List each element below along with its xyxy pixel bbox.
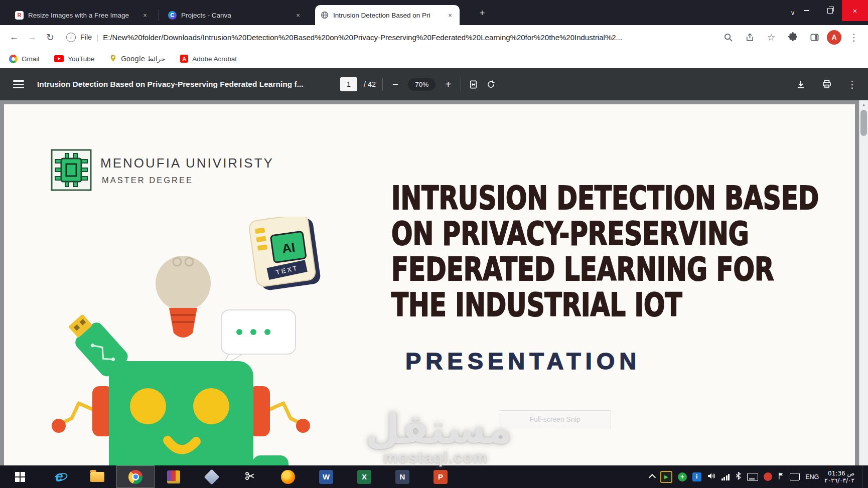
- bookmark-adobe-acrobat[interactable]: A Adobe Acrobat: [180, 55, 237, 63]
- tab-intrusion-detection-active[interactable]: Intrusion Detection Based on Pri ×: [315, 5, 460, 25]
- taskbar-winrar[interactable]: [155, 465, 193, 488]
- clock-time: 01:36 ص: [824, 470, 854, 477]
- navbar-actions: ☆ A ⋮: [719, 28, 863, 46]
- page-number-input[interactable]: [340, 77, 357, 91]
- tab-close-icon[interactable]: ×: [140, 11, 150, 20]
- print-icon[interactable]: [821, 79, 832, 90]
- robot-illustration: AI TEXT: [46, 217, 322, 465]
- flag-icon[interactable]: [778, 472, 784, 482]
- pdf-toolbar-actions: ⋮: [795, 79, 857, 90]
- taskbar-internet-explorer[interactable]: e: [40, 465, 78, 488]
- tab-resize-images[interactable]: R Resize Images with a Free Image ×: [10, 5, 155, 25]
- tab-title: Resize Images with a Free Image: [28, 12, 136, 19]
- bookmarks-bar: Gmail YouTube Google خرائط A Adobe Acrob…: [0, 49, 868, 68]
- zoom-level-badge[interactable]: 70%: [408, 78, 436, 91]
- address-bar[interactable]: i File | E:/New%20folder/Downloads/Intru…: [66, 33, 714, 42]
- restore-button[interactable]: [818, 0, 842, 21]
- bookmark-label: Google خرائط: [121, 55, 165, 63]
- red-app-tray-icon[interactable]: [764, 472, 772, 481]
- tab-title: Projects - Canva: [181, 12, 289, 19]
- pdf-content-area: MENOUFIA UNIVIRISTY MASTER DEGREE INTRUS…: [0, 100, 868, 465]
- canva-favicon: C: [168, 11, 177, 20]
- browser-menu-icon[interactable]: ⋮: [845, 28, 863, 46]
- pdf-menu-icon[interactable]: [13, 80, 24, 88]
- taskbar-file-explorer[interactable]: [78, 465, 116, 488]
- toolbar-separator: [461, 78, 461, 91]
- tab-close-icon[interactable]: ×: [294, 11, 303, 20]
- taskbar-clock[interactable]: 01:36 ص ٢٠٢٦/٠٣/٠٢: [824, 470, 854, 484]
- chrome-icon: [128, 470, 142, 484]
- keyboard-icon[interactable]: [747, 473, 758, 481]
- rotate-page-icon[interactable]: [485, 79, 496, 90]
- globe-favicon: [320, 11, 329, 20]
- bluetooth-icon[interactable]: [735, 471, 742, 482]
- show-desktop-strip[interactable]: [862, 465, 865, 488]
- profile-avatar[interactable]: A: [827, 30, 841, 45]
- page-total-label: / 42: [364, 80, 376, 88]
- zoom-out-icon[interactable]: −: [389, 79, 401, 90]
- 3d-viewer-icon: [204, 469, 219, 484]
- ai-card-illustration: AI TEXT: [248, 217, 321, 292]
- taskbar-chrome-active[interactable]: [116, 465, 155, 488]
- extensions-puzzle-icon[interactable]: [784, 28, 802, 46]
- full-screen-snip-button[interactable]: Full-screen Snip: [499, 410, 611, 428]
- start-button[interactable]: [0, 465, 40, 488]
- taskbar-3d-viewer[interactable]: [193, 465, 231, 488]
- word-icon: W: [319, 470, 333, 484]
- language-indicator[interactable]: ENG: [805, 473, 819, 480]
- menoufia-university-chip-logo: [50, 147, 92, 193]
- new-tab-button[interactable]: +: [476, 7, 489, 20]
- bookmark-youtube[interactable]: YouTube: [54, 55, 94, 63]
- windows-logo-icon: [15, 472, 25, 482]
- zoom-in-icon[interactable]: +: [442, 79, 454, 90]
- tab-close-icon[interactable]: ×: [446, 11, 455, 20]
- url-scheme-label: File: [80, 33, 92, 41]
- network-signal-icon[interactable]: [721, 473, 730, 480]
- reload-icon[interactable]: ↻: [41, 28, 59, 46]
- download-icon[interactable]: [795, 79, 806, 90]
- back-icon[interactable]: ←: [5, 28, 23, 46]
- taskbar-word[interactable]: W: [307, 465, 345, 488]
- media-app-tray-icon[interactable]: ▶: [660, 471, 672, 483]
- taskbar-snipping-tool[interactable]: [231, 465, 269, 488]
- taskbar-firefox[interactable]: [269, 465, 307, 488]
- firefox-icon: [281, 470, 295, 484]
- minimize-button[interactable]: [795, 0, 818, 21]
- onenote-icon: N: [395, 470, 409, 484]
- title-line-4: THE INDUSTRIAL IOT: [391, 287, 819, 323]
- bookmark-gmail[interactable]: Gmail: [9, 55, 39, 63]
- pdf-page-controls: / 42 − 70% +: [340, 77, 496, 91]
- system-tray: ▶ + i ENG 01:36 ص ٢٠٢٦/٠٣/٠٢: [650, 465, 865, 488]
- browser-tab-strip: R Resize Images with a Free Image × C Pr…: [0, 0, 868, 25]
- tab-canva-projects[interactable]: C Projects - Canva ×: [163, 5, 308, 25]
- plus-tray-icon[interactable]: +: [678, 472, 687, 481]
- taskbar-excel[interactable]: X: [345, 465, 383, 488]
- scrollbar-thumb[interactable]: [860, 110, 867, 136]
- university-name: MENOUFIA UNIVIRISTY: [100, 155, 274, 171]
- touch-keyboard-icon[interactable]: [790, 473, 800, 480]
- url-divider: |: [96, 33, 98, 42]
- bookmark-label: YouTube: [68, 55, 94, 63]
- speaker-icon[interactable]: [707, 471, 716, 482]
- side-panel-icon[interactable]: [805, 28, 823, 46]
- info-tray-icon[interactable]: i: [692, 472, 701, 481]
- tab-title: Intrusion Detection Based on Pri: [333, 12, 441, 19]
- share-icon[interactable]: [741, 28, 759, 46]
- pdf-more-options-icon[interactable]: ⋮: [847, 79, 857, 90]
- hidden-icons-chevron[interactable]: [649, 474, 656, 481]
- bookmark-star-icon[interactable]: ☆: [762, 28, 780, 46]
- ai-card-label: AI: [281, 240, 296, 256]
- page-info-icon[interactable]: i: [66, 33, 76, 42]
- powerpoint-icon: P: [433, 470, 448, 484]
- title-line-2: ON PRIVACY-PRESERVING: [391, 216, 819, 252]
- fit-to-page-icon[interactable]: [468, 79, 479, 90]
- close-window-button[interactable]: ×: [842, 0, 868, 21]
- vertical-scrollbar[interactable]: ▲: [859, 100, 868, 465]
- scroll-up-arrow-icon[interactable]: ▲: [859, 100, 868, 109]
- forward-icon[interactable]: →: [23, 28, 41, 46]
- bookmark-label: Adobe Acrobat: [192, 55, 237, 63]
- taskbar-onenote[interactable]: N: [383, 465, 421, 488]
- bookmark-google-maps[interactable]: Google خرائط: [109, 54, 165, 64]
- taskbar-powerpoint[interactable]: P: [421, 465, 460, 488]
- zoom-indicator-icon[interactable]: [719, 28, 737, 46]
